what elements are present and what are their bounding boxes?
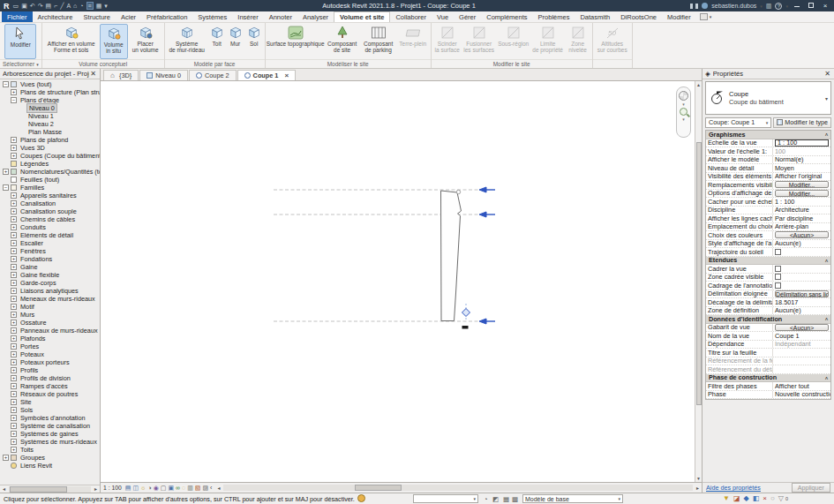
expand-icon[interactable]: +	[11, 272, 17, 278]
worksets-dialog-icon[interactable]: ▦	[503, 495, 509, 503]
property-checkbox[interactable]	[775, 282, 781, 289]
tree-item-ossature[interactable]: +Ossature	[0, 319, 100, 327]
tree-item-escalier[interactable]: +Escalier	[0, 239, 100, 247]
collapse-icon[interactable]: −	[3, 81, 9, 87]
measure-icon[interactable]: ⌐	[54, 3, 57, 9]
scroll-track[interactable]	[9, 486, 91, 493]
tree-item-site[interactable]: +Site	[0, 398, 100, 406]
ribbon-tab-compl-ments[interactable]: Compléments	[481, 11, 532, 22]
tree-item-chemins-de-c-bles[interactable]: +Chemins de câbles	[0, 215, 100, 223]
tree-item-murs[interactable]: +Murs	[0, 311, 100, 319]
property-value[interactable]	[773, 274, 830, 282]
restore-button[interactable]	[806, 2, 816, 10]
ribbon-tab-syst-mes[interactable]: Systèmes	[192, 11, 232, 22]
ribbon-button-composant-de-parking[interactable]: Composantde parking	[361, 24, 396, 59]
tree-item-profils-de-division[interactable]: +Profils de division	[0, 374, 100, 382]
property-value[interactable]: Aucun(e)	[773, 240, 830, 248]
ribbon-tab-probl-mes[interactable]: Problèmes	[533, 11, 575, 22]
tree-item-el-ments-de-d-tail[interactable]: +Eléments de détail	[0, 231, 100, 239]
expand-icon[interactable]: +	[3, 455, 9, 461]
tree-item-plafonds[interactable]: +Plafonds	[0, 335, 100, 342]
property-value[interactable]: Arrière-plan	[773, 223, 830, 231]
section-icon[interactable]: ◔	[79, 3, 83, 9]
ribbon-button-modifier[interactable]: Modifier	[4, 24, 36, 59]
tree-item-fondations[interactable]: +Fondations	[0, 255, 100, 263]
property-value[interactable]	[773, 357, 830, 365]
scroll-thumb[interactable]	[10, 486, 67, 493]
expand-icon[interactable]: +	[11, 304, 17, 310]
property-checkbox[interactable]	[775, 249, 781, 255]
property-value-button[interactable]: Modifier...	[775, 190, 829, 197]
expand-icon[interactable]: +	[11, 145, 17, 151]
collapse-view-control-icon[interactable]: ‹	[210, 484, 212, 493]
expand-icon[interactable]: +	[11, 288, 17, 294]
expand-icon[interactable]: +	[11, 296, 17, 302]
properties-close-icon[interactable]: ✕	[823, 70, 831, 78]
ribbon-tab-fichier[interactable]: Fichier	[2, 11, 33, 22]
scroll-thumb[interactable]	[696, 142, 702, 405]
property-value[interactable]: 18.5017	[773, 298, 830, 306]
zoom-caret-icon[interactable]: ▾	[682, 117, 685, 121]
property-value[interactable]: Modifier...	[773, 181, 830, 189]
editable-only-icon[interactable]: ◔	[484, 495, 488, 503]
default-3d-view-icon[interactable]: ⌂	[73, 3, 77, 9]
ribbon-tab-g-rer[interactable]: Gérer	[454, 11, 481, 22]
expand-icon[interactable]: +	[11, 423, 17, 429]
shadows-icon[interactable]: ◑	[147, 484, 151, 493]
ribbon-button-sol[interactable]: Sol	[245, 24, 263, 59]
tree-item-niveau-2[interactable]: Niveau 2	[0, 120, 100, 128]
tree-item-syst-me-de-canalisation[interactable]: +Système de canalisation	[0, 422, 100, 430]
type-selector[interactable]: Coupe Coupe du bâtiment ▾	[705, 81, 831, 115]
tree-item-conduits[interactable]: +Conduits	[0, 223, 100, 231]
tree-item-liens-revit[interactable]: Liens Revit	[0, 462, 100, 470]
user-name[interactable]: sebastien.dubos	[711, 3, 756, 9]
view-tab-niveau-0[interactable]: Niveau 0	[139, 70, 188, 80]
expand-icon[interactable]: +	[11, 415, 17, 421]
expand-icon[interactable]: +	[11, 335, 17, 342]
apply-button[interactable]: Appliquer	[792, 483, 830, 493]
section-collapse-icon[interactable]: ʌ	[825, 258, 828, 263]
tree-item-niveau-0[interactable]: Niveau 0	[0, 104, 100, 112]
property-value[interactable]: Coupe 1	[773, 332, 830, 340]
project-browser-close-icon[interactable]: ✕	[89, 70, 97, 78]
text-icon[interactable]: A	[66, 3, 71, 9]
scroll-thumb[interactable]	[355, 485, 402, 491]
close-button[interactable]: ×	[820, 2, 830, 10]
active-workset-combo[interactable]: ▾	[413, 494, 478, 503]
expand-icon[interactable]: +	[11, 264, 17, 270]
ribbon-button-mur[interactable]: Mur	[227, 24, 244, 59]
properties-help-link[interactable]: Aide des propriétés	[706, 484, 761, 492]
property-value-input[interactable]: 1 : 100	[775, 139, 829, 147]
print-icon[interactable]: ▤	[46, 3, 52, 10]
select-pinned-elements-icon[interactable]: ◆	[744, 494, 749, 503]
expand-icon[interactable]: +	[11, 192, 17, 199]
ribbon-tab-collaborer[interactable]: Collaborer	[390, 11, 432, 22]
zoom-icon[interactable]	[680, 108, 687, 116]
properties-section-donn-es-d-identification[interactable]: Données d'identificationʌ	[706, 315, 830, 324]
ribbon-tab-datasmith[interactable]: Datasmith	[575, 11, 615, 22]
ribbon-tab-ins-rer[interactable]: Insérer	[232, 11, 263, 22]
ribbon-tab-vue[interactable]: Vue	[432, 11, 454, 22]
ribbon-button-afficher-en-volume-forme-et-sols[interactable]: Afficher en volumeForme et sols	[44, 24, 99, 59]
expand-icon[interactable]: +	[11, 383, 17, 389]
view-tab-coupe-1[interactable]: Coupe 1×	[237, 70, 296, 80]
ribbon-tab-architecture[interactable]: Architecture	[33, 11, 79, 22]
visual-style-icon[interactable]: ◫	[132, 484, 139, 493]
expand-icon[interactable]: +	[11, 280, 17, 286]
rendering-dialog-icon[interactable]: ◉	[154, 484, 159, 493]
scroll-up-icon[interactable]: ▲	[696, 81, 701, 88]
wheel-caret-icon[interactable]: ▾	[682, 102, 685, 106]
help-icon[interactable]: ?	[775, 3, 782, 10]
search-icon[interactable]	[690, 4, 698, 9]
tree-item-meneaux-de-murs-rideaux[interactable]: +Meneaux de murs-rideaux	[0, 295, 100, 303]
tree-item-motif[interactable]: +Motif	[0, 303, 100, 311]
property-value-button[interactable]: <Aucun>	[775, 231, 829, 238]
tree-item-appareils-sanitaires[interactable]: +Appareils sanitaires	[0, 192, 100, 199]
sun-path-icon[interactable]: ☼	[140, 484, 146, 493]
thin-lines-icon[interactable]: ≡	[86, 2, 94, 10]
expand-icon[interactable]: +	[3, 169, 9, 175]
ribbon-button-surface-topographique[interactable]: Surface topographique	[267, 24, 324, 59]
expand-icon[interactable]: +	[11, 439, 17, 445]
tree-item-plan-masse[interactable]: Plan Masse	[0, 128, 100, 136]
ribbon-tab-acier[interactable]: Acier	[116, 11, 141, 22]
